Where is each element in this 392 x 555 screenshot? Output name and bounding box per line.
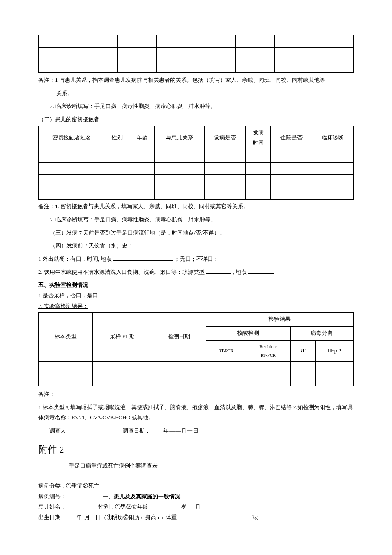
notes2-prefix: 备注：	[38, 203, 55, 209]
diet-line2-row: 2. 饮用生水或使用不洁水源清洗入口食物、洗碗、漱口等：水源类型 , 地点	[38, 267, 354, 278]
diet-line1-row: 1 外出就餐：有口，时间, 地点 ；无口；不详口：	[38, 254, 354, 264]
diet-line1: 1 外出就餐：有口，时间, 地点	[38, 256, 112, 262]
th-sample-date: 采样 F1 期	[92, 313, 152, 361]
th-hosp: 住院是否	[271, 126, 312, 150]
th-results-group: 检验结果	[206, 313, 353, 327]
notes-lab-line1: 1 标本类型可填写咽拭子或咽喉洗液、粪便或肛拭子、脑脊液、疱疹液、血清以及脑、肺…	[38, 402, 354, 423]
th-realtime: Rea1timc RT-PCR	[246, 340, 290, 361]
notes1-line1a: 1 与患儿关系，指本调查患儿发病前与相关患者的关系。包括（填写）家人、亲戚、同班…	[55, 77, 325, 83]
case-line3c: 岁-----月	[181, 503, 201, 510]
survey-date-tail: -----年——月一日	[152, 427, 199, 434]
th-name: 密切接触者姓名	[39, 126, 105, 150]
th-onset: 发病是否	[204, 126, 245, 150]
th-rtpcr: RT-PCR	[206, 340, 246, 361]
notes2-line4: （四）发病前 7 天饮食（水）史：	[38, 241, 354, 251]
close-contacts-table: 密切接触者姓名 性别 年龄 与患儿关系 发病是否 发病 时间 住院是否 临床诊断	[38, 126, 354, 200]
contacts-heading: （二）患儿的密切接触者	[38, 114, 99, 125]
th-sample-type: 标本类型	[39, 313, 93, 361]
blank-weight[interactable]	[179, 513, 251, 519]
th-virus: 病毒分离	[290, 327, 353, 341]
notes1-prefix: 备注：	[38, 77, 55, 83]
diet-line2a: 2. 饮用生水或使用不洁水源清洗入口食物、洗碗、漱口等：水源类型	[38, 269, 205, 275]
case-line4: 出生日期 年_月一日（①阴历②阳历）身高 cm 体重 kg	[38, 512, 354, 523]
notes-lab-prefix: 备注：	[38, 389, 354, 400]
blank-water-type[interactable]	[206, 268, 231, 274]
blank-year[interactable]	[62, 513, 75, 519]
diet-line2b: , 地点	[233, 269, 247, 275]
investigator-label: 调查人	[38, 426, 121, 436]
case-line2a: 病例编号：	[38, 493, 66, 500]
th-test-date: 检测日期	[152, 313, 206, 361]
notes2-line1: 1. 密切接触者与患儿关系，填写家人、亲戚、同班、同校、同村或其它等关系。	[55, 203, 249, 209]
case-line4a: 出生日期	[38, 514, 61, 520]
notes1-line2: 2. 临床诊断填写：手足口病、病毒性脑炎、病毒心肌炎、肺水肿等。	[38, 101, 354, 112]
blank-water-place[interactable]	[248, 268, 274, 274]
notes2-line2: 2. 临床诊断填写：手足口病、病毒性脑炎、病毒心肌炎、肺水肿等。	[38, 215, 354, 225]
case-line4c: kg	[252, 514, 258, 520]
case-line3a: 患儿姓名：	[38, 503, 66, 510]
th-rd: RD	[290, 340, 315, 361]
th-age: 年龄	[130, 126, 154, 150]
case-line4b: 年_月一日（①阴历②阳历）身高 cm 体重	[76, 514, 177, 520]
notes2-line3: （三）发病 7 天前是否到过手足口病流行地（是，时间地点/否/不详）。	[38, 228, 354, 238]
lab-line1: 1 是否采样，否口，是口	[38, 291, 354, 301]
dash2: -------------	[67, 503, 97, 510]
dash3: -------------	[150, 503, 179, 510]
case-line2: 病例编号： --------------- 一、患儿及及其家庭的一般情况	[38, 491, 354, 502]
th-relation: 与患儿关系	[155, 126, 205, 150]
th-sex: 性别	[105, 126, 130, 150]
case-line2b: 一、患儿及及其家庭的一般情况	[103, 493, 180, 500]
prior-contact-table	[38, 35, 354, 73]
diet-line1-tail: ；无口；不详口：	[174, 256, 219, 262]
lab-line2: 2. 实验室检测结果：	[38, 301, 88, 312]
case-line3b: 性别：①男②女年龄	[98, 503, 148, 510]
th-onset-time: 发病 时间	[246, 126, 271, 150]
notes1-line1b: 关系。	[38, 88, 354, 99]
notes1: 备注：1 与患儿关系，指本调查患儿发病前与相关患者的关系。包括（填写）家人、亲戚…	[38, 75, 354, 86]
blank-dining-place[interactable]	[113, 255, 173, 261]
dash1: ---------------	[67, 493, 101, 500]
survey-date-label: 调查日期：	[123, 427, 150, 434]
investigator-row: 调查人 调查日期： -----年——月一日	[38, 426, 354, 436]
attachment-title: 附件 2	[38, 441, 354, 459]
lab-results-table: 标本类型 采样 F1 期 检测日期 检验结果 核酸检测 病毒分离 RT-PCR …	[38, 312, 354, 386]
notes2: 备注：1. 密切接触者与患儿关系，填写家人、亲戚、同班、同校、同村或其它等关系。	[38, 201, 354, 212]
lab-heading: 五、实验室检测情况	[38, 280, 354, 291]
case-line3: 患儿姓名： ------------- 性别：①男②女年龄 ----------…	[38, 502, 354, 512]
th-diag: 临床诊断	[312, 126, 353, 150]
th-iiep2: IIEp-2	[315, 340, 353, 361]
case-line1: 病例分类：①重症②死亡	[38, 481, 354, 491]
attachment-subtitle: 手足口病重症或死亡病例个案调查表	[38, 461, 354, 471]
th-nuc: 核酸检测	[206, 327, 290, 341]
